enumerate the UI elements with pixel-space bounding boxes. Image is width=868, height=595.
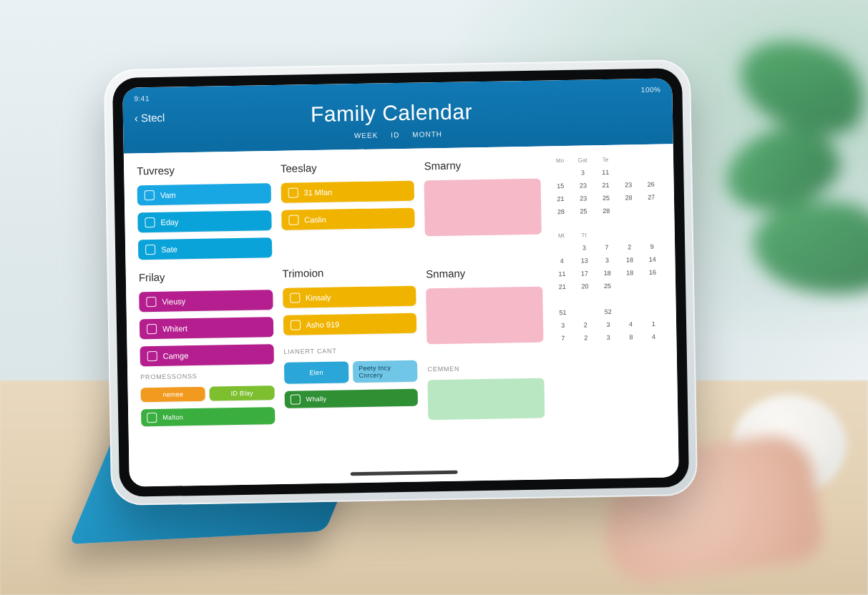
status-time: 9:41 xyxy=(134,94,150,102)
square-icon xyxy=(145,217,155,227)
mini-cell[interactable]: 25 xyxy=(574,206,594,216)
mini-cell[interactable]: 16 xyxy=(643,267,663,277)
mini-cell[interactable]: 3 xyxy=(553,320,573,330)
event-chip[interactable]: 31 Mfan xyxy=(281,181,414,203)
mini-cell[interactable]: 3 xyxy=(598,333,618,343)
mini-cell[interactable]: 9 xyxy=(642,242,662,252)
mini-cell[interactable]: 18 xyxy=(620,255,640,265)
mini-cell[interactable]: 11 xyxy=(595,167,615,177)
app-header: 9:41 100% ‹ Stecl Family Calendar WEEK I… xyxy=(122,78,673,153)
mini-cell[interactable]: 7 xyxy=(597,242,617,252)
tab-month[interactable]: MONTH xyxy=(412,130,442,139)
mini-cell[interactable] xyxy=(641,167,661,177)
event-chip[interactable]: Sate xyxy=(138,237,272,260)
day-header: Snmany xyxy=(426,266,542,280)
square-icon xyxy=(145,190,155,200)
event-chip[interactable]: Peety tncy Cnrcery xyxy=(353,360,418,383)
mini-cell[interactable]: 3 xyxy=(597,255,617,265)
mini-calendar-2[interactable]: Mt Tt 3729413318141117181816212025 xyxy=(552,231,663,292)
mini-cell[interactable]: 4 xyxy=(621,319,641,329)
mini-cell[interactable] xyxy=(575,307,595,317)
event-chip[interactable]: Camge xyxy=(140,344,274,366)
mini-cell[interactable]: 8 xyxy=(621,332,641,342)
mini-cell[interactable]: 3 xyxy=(598,320,618,330)
tab-week[interactable]: WEEK xyxy=(354,132,379,140)
mini-cell[interactable]: 25 xyxy=(598,281,618,291)
mini-cell[interactable]: 2 xyxy=(575,320,595,330)
event-chip[interactable]: Kinsaly xyxy=(283,286,416,308)
mini-calendar-1[interactable]: Mo Gat Te 31115232123262123252827282528 xyxy=(550,156,662,217)
mini-cell[interactable] xyxy=(643,280,663,290)
mini-cell[interactable] xyxy=(641,205,661,215)
mini-cell[interactable] xyxy=(643,306,663,316)
mini-calendar-3[interactable]: 51523234172384 xyxy=(552,306,663,344)
event-chip[interactable]: Caslin xyxy=(281,208,415,230)
mini-cell[interactable] xyxy=(550,168,570,178)
square-icon xyxy=(291,320,301,330)
mini-cell[interactable]: 1 xyxy=(643,319,663,329)
mini-cell[interactable] xyxy=(619,205,639,215)
view-tabs: WEEK ID MONTH xyxy=(135,127,661,144)
mini-cell[interactable]: 4 xyxy=(552,256,572,266)
mini-cell[interactable]: 28 xyxy=(619,192,639,202)
mini-cell[interactable]: 25 xyxy=(596,193,616,203)
event-chip[interactable]: Vam xyxy=(137,183,271,205)
event-chip[interactable]: Whally xyxy=(284,389,418,408)
event-chip[interactable]: ID Blay xyxy=(210,385,275,401)
square-icon xyxy=(147,351,157,361)
mini-cell[interactable]: 21 xyxy=(596,180,616,190)
mini-cell[interactable]: 51 xyxy=(552,308,572,318)
mini-cell[interactable]: 23 xyxy=(573,193,593,203)
event-block[interactable] xyxy=(428,378,545,421)
mini-cell[interactable]: 21 xyxy=(552,282,572,292)
mini-cell[interactable]: 21 xyxy=(551,194,571,204)
mini-cell[interactable]: 23 xyxy=(573,180,593,190)
event-block[interactable] xyxy=(424,179,542,237)
square-icon xyxy=(147,413,157,423)
square-icon xyxy=(147,324,157,334)
square-icon xyxy=(288,187,298,197)
tab-id[interactable]: ID xyxy=(391,131,399,139)
event-chip[interactable]: Asho 919 xyxy=(283,313,416,335)
mini-cell[interactable]: 18 xyxy=(620,267,640,277)
mini-cell[interactable]: 26 xyxy=(641,180,661,190)
mini-cell[interactable]: 15 xyxy=(550,181,570,191)
event-chip[interactable]: Elen xyxy=(284,361,349,384)
mini-cell[interactable] xyxy=(620,306,640,316)
column-1: Tuvresy Vam Eday Sate Frilay Vieusy Whit… xyxy=(137,162,275,471)
section-label: Lianert Cant xyxy=(283,346,417,355)
event-block[interactable] xyxy=(426,287,544,345)
event-chip[interactable]: Eday xyxy=(137,210,271,232)
event-chip[interactable]: nemee xyxy=(141,387,206,403)
square-icon xyxy=(288,215,298,225)
mini-cell[interactable] xyxy=(618,167,638,177)
mini-cell[interactable]: 28 xyxy=(551,207,571,217)
mini-cell[interactable]: 13 xyxy=(575,255,595,265)
section-label: Promessonss xyxy=(140,371,274,380)
mini-cell[interactable] xyxy=(620,280,640,290)
mini-cell[interactable]: 28 xyxy=(596,206,616,216)
mini-cell[interactable]: 4 xyxy=(644,332,664,342)
mini-cell[interactable]: 18 xyxy=(598,268,618,278)
mini-cell[interactable]: 3 xyxy=(574,242,594,252)
mini-cell[interactable]: 20 xyxy=(575,281,595,291)
mini-cell[interactable] xyxy=(552,243,572,253)
mini-cell[interactable]: 7 xyxy=(553,333,573,343)
back-button[interactable]: ‹ Stecl xyxy=(135,111,165,124)
mini-cell[interactable]: 14 xyxy=(643,255,663,265)
mini-cell[interactable]: 2 xyxy=(620,242,640,252)
event-chip[interactable]: Malton xyxy=(141,407,275,426)
mini-cell[interactable]: 27 xyxy=(641,192,661,202)
mini-cell[interactable]: 23 xyxy=(618,180,638,190)
mini-cell[interactable]: 17 xyxy=(575,268,595,278)
mini-cell[interactable]: 3 xyxy=(573,167,593,177)
day-header: Frilay xyxy=(139,269,273,283)
square-icon xyxy=(146,297,156,307)
square-icon xyxy=(290,292,300,303)
event-chip[interactable]: Vieusy xyxy=(139,290,273,312)
mini-cell[interactable]: 11 xyxy=(552,269,572,279)
mini-cell[interactable]: 2 xyxy=(576,333,596,343)
mini-cell[interactable]: 52 xyxy=(598,307,618,317)
event-chip[interactable]: Whitert xyxy=(140,317,273,339)
day-header: Tuvresy xyxy=(137,162,270,177)
